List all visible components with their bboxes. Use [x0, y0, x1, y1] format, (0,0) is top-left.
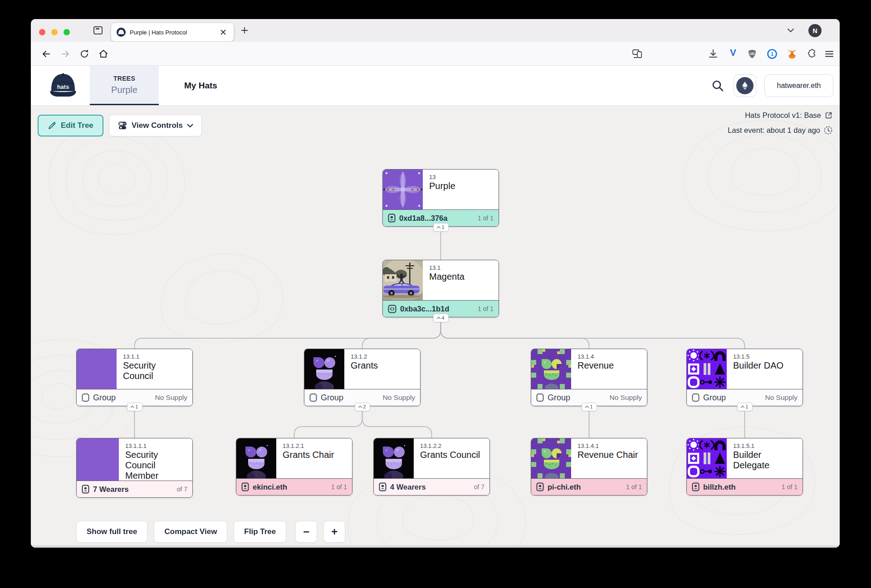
- child-count-badge[interactable]: 2: [354, 403, 370, 411]
- hat-name: Security Council: [123, 360, 186, 381]
- extensions-puzzle-icon[interactable]: [806, 49, 817, 59]
- hats-logo[interactable]: hats: [48, 71, 78, 100]
- hat-node-13[interactable]: 13 Purple 0xd1a8...376a 1 of 1 1: [382, 169, 499, 227]
- new-tab-button[interactable]: [240, 26, 249, 34]
- child-count-badge[interactable]: 1: [581, 403, 597, 411]
- hat-node-13-1-5[interactable]: 13.1.5 Builder DAO Group No Supply 1: [686, 349, 803, 406]
- hat-node-13-1[interactable]: 13.1 Magenta 0xba3c...1b1d 1 of 1 4: [382, 260, 499, 317]
- hat-node-13-1-2-1[interactable]: 13.1.2.1 Grants Chair ekinci.eth 1 of 1: [236, 438, 352, 496]
- browser-toolbar: https://app.hatsprotocol.xyz/trees/8453/…: [31, 42, 840, 66]
- supply-status: No Supply: [155, 394, 187, 402]
- hat-name: Revenue Chair: [577, 450, 638, 460]
- hat-name: Builder DAO: [733, 360, 783, 371]
- tree-view-controls: Show full tree Compact View Flip Tree − …: [76, 521, 345, 543]
- checkbox-icon: [309, 393, 317, 402]
- tab-my-hats[interactable]: My Hats: [184, 66, 217, 105]
- hat-id: 13.1.2.1: [283, 442, 334, 449]
- child-count-badge[interactable]: 1: [433, 223, 448, 232]
- responsive-design-icon[interactable]: [631, 49, 643, 59]
- checkbox-icon: [536, 393, 544, 402]
- wearer-icon: [82, 485, 89, 494]
- tab-overview-icon[interactable]: [93, 26, 103, 34]
- hat-node-13-1-1[interactable]: 13.1.1 Security Council Group No Supply …: [76, 349, 193, 406]
- wearer-count[interactable]: 7 Wearers: [93, 485, 129, 494]
- reload-icon[interactable]: [79, 49, 90, 59]
- list-tabs-chevron-icon[interactable]: [787, 28, 794, 33]
- screen: Purple | Hats Protocol N: [0, 0, 871, 588]
- supply-status: No Supply: [765, 394, 798, 402]
- child-count-badge[interactable]: 4: [433, 314, 448, 322]
- extension-1password-icon[interactable]: 1: [767, 49, 778, 59]
- hat-image-vintage-car-photo: [383, 260, 423, 300]
- hat-node-13-1-1-1[interactable]: 13.1.1.1 Security Council Member 7 Weare…: [76, 438, 193, 498]
- wearer-address[interactable]: 0xd1a8...376a: [399, 214, 447, 223]
- chevron-up-icon: [358, 405, 362, 409]
- menu-hamburger-icon[interactable]: [824, 49, 835, 59]
- wearer-address[interactable]: pi-chi.eth: [548, 483, 581, 491]
- hat-node-13-1-2-2[interactable]: 13.1.2.2 Grants Council 4 Wearers of 7: [373, 438, 490, 496]
- forward-icon[interactable]: [60, 49, 71, 59]
- svg-text:UD: UD: [750, 52, 755, 56]
- wearer-address[interactable]: billzh.eth: [703, 483, 736, 491]
- hat-node-13-1-4[interactable]: 13.1.4 Revenue Group No Supply 1: [531, 349, 647, 406]
- checkbox-icon: [692, 393, 700, 402]
- svg-text:hats: hats: [57, 83, 69, 90]
- extension-metamask-icon[interactable]: [787, 49, 798, 59]
- tab-trees-purple[interactable]: TREES Purple: [90, 66, 159, 105]
- tab-close-icon[interactable]: [218, 27, 228, 37]
- hat-id: 13: [429, 174, 455, 180]
- supply-count: 1 of 1: [478, 305, 494, 312]
- hat-image-builder-symbols: [687, 349, 727, 389]
- hat-id: 13.1.1: [123, 353, 186, 360]
- back-icon[interactable]: [41, 49, 52, 59]
- hat-node-13-1-4-1[interactable]: 13.1.4.1 Revenue Chair pi-chi.eth 1 of 1: [531, 438, 647, 496]
- hat-image-purple-fractal: [383, 170, 423, 209]
- hat-id: 13.1.4.1: [577, 442, 638, 449]
- wearer-count[interactable]: 4 Wearers: [390, 483, 426, 491]
- chevron-up-icon: [585, 405, 588, 409]
- hat-name: Magenta: [429, 272, 465, 282]
- tab-title: Purple | Hats Protocol: [130, 29, 214, 36]
- compact-view-button[interactable]: Compact View: [154, 521, 227, 543]
- group-label: Group: [93, 393, 116, 403]
- scrollbar-track[interactable]: [31, 545, 840, 548]
- hat-id: 13.1.5: [733, 353, 783, 360]
- extension-v-icon[interactable]: V: [728, 48, 739, 59]
- network-button[interactable]: [734, 74, 756, 97]
- hat-id: 13.1.2: [351, 353, 378, 360]
- active-tab[interactable]: Purple | Hats Protocol: [111, 23, 234, 41]
- wearer-icon: [388, 214, 396, 223]
- hat-node-13-1-5-1[interactable]: 13.1.5.1 Builder Delegate billzh.eth 1 o…: [686, 438, 803, 496]
- search-button[interactable]: [710, 78, 725, 93]
- hat-image-grants-robot: [236, 438, 276, 478]
- child-count-badge[interactable]: 1: [127, 403, 142, 411]
- show-full-tree-button[interactable]: Show full tree: [76, 521, 147, 543]
- flip-tree-button[interactable]: Flip Tree: [234, 521, 286, 543]
- hat-id: 13.1.1.1: [125, 442, 186, 449]
- downloads-icon[interactable]: [708, 49, 719, 59]
- wallet-address-button[interactable]: hatwearer.eth: [764, 74, 833, 97]
- supply-count: 1 of 1: [331, 483, 347, 491]
- minimize-window-button[interactable]: [51, 29, 58, 35]
- hat-image-revenue-pixels: [531, 349, 571, 389]
- hat-image-builder-symbols: [687, 438, 727, 478]
- close-window-button[interactable]: [39, 29, 45, 35]
- account-avatar[interactable]: N: [808, 24, 822, 37]
- search-icon: [711, 79, 724, 92]
- group-label: Group: [321, 393, 343, 403]
- hat-name: Purple: [429, 181, 455, 191]
- zoom-window-button[interactable]: [64, 29, 70, 35]
- child-count-badge[interactable]: 1: [737, 403, 752, 411]
- tree-canvas[interactable]: Edit Tree View Controls Hats Protocol v1…: [31, 106, 840, 548]
- home-icon[interactable]: [98, 49, 109, 59]
- hat-id: 13.1: [429, 264, 465, 271]
- group-label: Group: [703, 393, 726, 403]
- wearer-icon: [379, 482, 387, 491]
- zoom-out-button[interactable]: −: [295, 521, 317, 543]
- wearer-address[interactable]: 0xba3c...1b1d: [400, 305, 449, 313]
- group-label: Group: [548, 393, 570, 403]
- zoom-in-button[interactable]: +: [323, 521, 345, 543]
- hat-node-13-1-2[interactable]: 13.1.2 Grants Group No Supply 2: [304, 349, 421, 406]
- wearer-address[interactable]: ekinci.eth: [253, 483, 287, 491]
- extension-ublock-icon[interactable]: UD: [747, 49, 758, 59]
